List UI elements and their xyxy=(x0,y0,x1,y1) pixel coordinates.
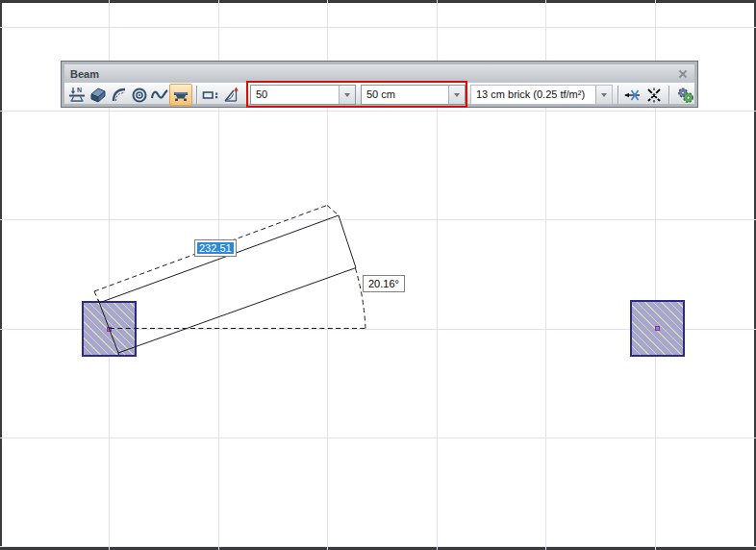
toolbar-separator xyxy=(617,86,618,104)
node-break-button[interactable] xyxy=(643,85,665,106)
close-icon xyxy=(678,69,688,79)
beam-3d-icon xyxy=(88,86,108,105)
toolbar-title: Beam xyxy=(70,68,99,80)
toolbar-tools-row: N xyxy=(64,83,694,104)
circular-beam-icon xyxy=(130,86,149,105)
gears-icon xyxy=(676,86,695,105)
toolbar-separator xyxy=(668,86,669,104)
toolbar-separator xyxy=(196,86,197,104)
wall-load-value: 13 cm brick (0.25 tf/m²) xyxy=(476,88,585,100)
inclined-beam-icon xyxy=(222,86,241,105)
node-intersect-icon xyxy=(623,86,643,105)
svg-text:N: N xyxy=(77,87,82,93)
curved-beam-button[interactable] xyxy=(109,85,130,106)
inclined-beam-button[interactable] xyxy=(221,85,242,106)
circular-beam-button[interactable] xyxy=(129,85,150,106)
beam-length-value: 232.51 xyxy=(197,242,234,254)
axial-beam-button[interactable]: N xyxy=(66,85,88,106)
beam-width-combobox[interactable]: 50 xyxy=(250,85,356,105)
node-intersect-button[interactable] xyxy=(622,85,643,106)
spline-beam-button[interactable] xyxy=(149,85,170,106)
continuous-beam-icon xyxy=(171,86,190,105)
chevron-down-icon xyxy=(601,93,607,97)
wall-load-combobox[interactable]: 13 cm brick (0.25 tf/m²) xyxy=(470,85,613,105)
toolbar-titlebar[interactable]: Beam xyxy=(64,64,694,83)
beam-depth-value: 50 cm xyxy=(366,88,395,100)
beam-depth-combobox[interactable]: 50 cm xyxy=(361,85,466,105)
curved-beam-icon xyxy=(110,86,129,105)
chevron-down-icon xyxy=(454,93,460,97)
continuous-beam-button[interactable] xyxy=(169,84,192,106)
beam-angle-value: 20.16° xyxy=(368,278,399,289)
node-break-icon xyxy=(644,86,664,105)
beam-section-button[interactable] xyxy=(200,85,221,106)
app-window: 232.51 20.16° Beam N xyxy=(0,0,756,550)
beam-3d-button[interactable] xyxy=(88,85,109,106)
axial-beam-icon: N xyxy=(67,86,87,105)
beam-width-value: 50 xyxy=(256,88,267,100)
beam-settings-button[interactable] xyxy=(675,85,696,106)
beam-length-input[interactable]: 232.51 xyxy=(194,239,237,257)
beam-depth-dropdown-button[interactable] xyxy=(448,86,465,104)
chevron-down-icon xyxy=(344,93,350,97)
close-button[interactable] xyxy=(675,67,690,81)
beam-toolbar: Beam N xyxy=(61,61,698,108)
wall-load-dropdown-button[interactable] xyxy=(595,86,612,104)
beam-width-dropdown-button[interactable] xyxy=(339,86,355,104)
beam-section-icon xyxy=(201,86,220,105)
beam-angle-input[interactable]: 20.16° xyxy=(363,275,405,292)
spline-beam-icon xyxy=(150,86,169,105)
